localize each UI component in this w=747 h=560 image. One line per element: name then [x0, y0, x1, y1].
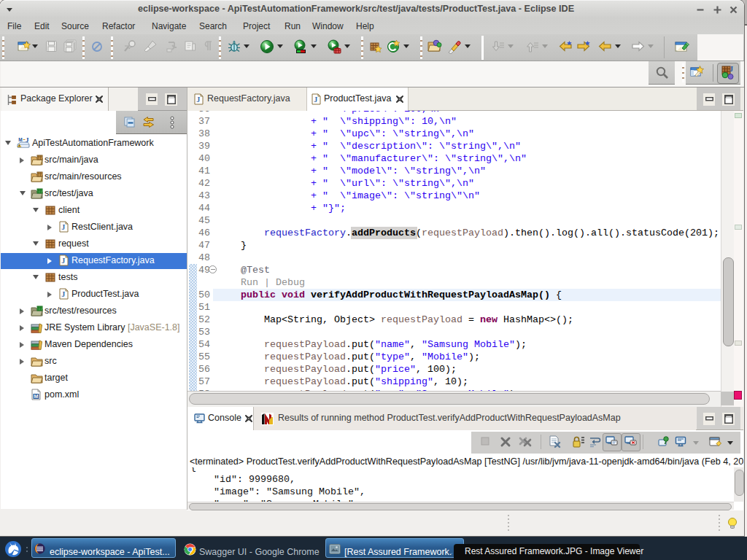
svg-text:J: J — [196, 96, 200, 104]
svg-text:M: M — [34, 394, 39, 399]
svg-text:J: J — [61, 290, 65, 298]
svg-text:M: M — [18, 137, 22, 142]
svg-text:J: J — [26, 137, 29, 144]
svg-text:J: J — [61, 257, 65, 265]
svg-text:J: J — [314, 96, 317, 104]
svg-text:J: J — [729, 65, 733, 73]
svg-text:J: J — [61, 223, 65, 231]
